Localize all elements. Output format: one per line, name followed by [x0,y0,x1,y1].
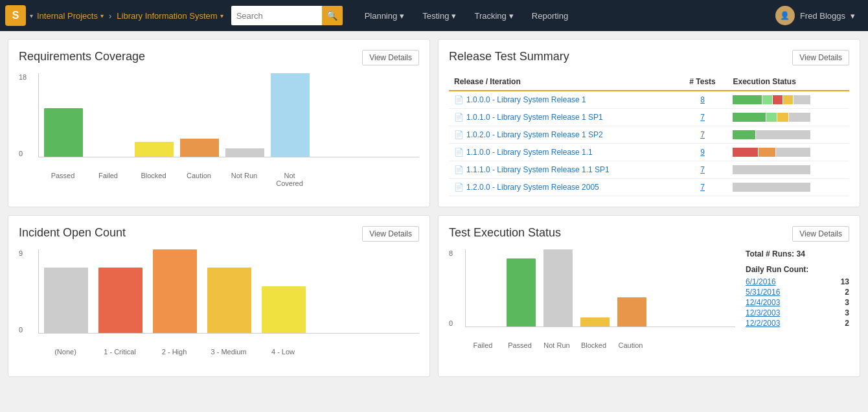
bar [180,139,219,157]
user-name: Fred Bloggs [800,11,845,21]
daily-run-row[interactable]: 5/31/20162 [746,287,849,297]
requirements-bar-chart: 18 0 PassedFailedBlockedCautionNot RunNo… [19,73,419,190]
logo[interactable]: S [5,5,26,26]
bar [225,148,264,157]
tests-count[interactable]: 8 [700,95,705,104]
daily-run-row[interactable]: 12/3/20033 [746,308,849,318]
requirements-view-details-button[interactable]: View Details [362,50,419,65]
status-bar [733,148,810,157]
release-link[interactable]: 1.1.0.0 - Library System Release 1.1 [466,148,593,157]
status-bar [733,183,810,192]
status-segment [776,148,810,157]
panel-title: Test Execution Status [449,226,561,240]
release-link[interactable]: 1.0.2.0 - Library System Release 1 SP2 [466,130,603,139]
bar-label: Not Run [225,172,264,187]
nav-tracking[interactable]: Tracking ▾ [465,0,522,31]
tests-count-cell: 7 [678,109,728,126]
status-bar [733,113,810,122]
release-view-details-button[interactable]: View Details [792,50,849,65]
daily-run-date[interactable]: 6/1/2016 [746,277,776,286]
panel-title: Requirements Coverage [19,50,145,63]
daily-run-count: 2 [845,288,849,297]
reporting-label: Reporting [532,11,568,21]
release-name-cell: 📄1.2.0.0 - Library System Release 2005 [449,179,678,196]
bar-chart-inner [38,249,419,334]
y-min-label: 0 [19,150,23,157]
release-link[interactable]: 1.0.1.0 - Library System Release 1 SP1 [466,113,603,122]
bar-label: 3 - Medium [207,348,251,356]
panel-header: Incident Open Count View Details [19,226,419,242]
test-exec-view-details-button[interactable]: View Details [792,226,849,242]
table-row: 📄1.1.1.0 - Library System Release 1.1 SP… [449,161,849,179]
breadcrumb-chevron: ▾ [100,12,104,19]
incident-open-count-panel: Incident Open Count View Details 9 0 (No… [8,215,430,377]
tests-count[interactable]: 9 [700,148,705,157]
status-bar [733,95,810,104]
daily-run-count: 3 [845,308,849,317]
test-exec-chart: 8 0 FailedPassedNot RunBlockedCaution [449,249,735,349]
bar-label: 4 - Low [261,348,305,356]
search-container: 🔍 [231,6,343,25]
execution-status-cell [727,91,849,109]
table-row: 📄1.2.0.0 - Library System Release 20057 [449,179,849,196]
doc-icon: 📄 [454,113,464,122]
bar [98,268,143,333]
daily-run-row[interactable]: 12/2/20032 [746,318,849,328]
search-button[interactable]: 🔍 [322,6,343,25]
test-exec-legend: Total # Runs: 34 Daily Run Count: 6/1/20… [746,249,849,349]
col-tests: # Tests [678,73,728,91]
daily-run-row[interactable]: 6/1/201613 [746,277,849,287]
testing-label: Testing [422,11,449,21]
daily-run-title: Daily Run Count: [746,265,849,274]
daily-run-row[interactable]: 12/4/20033 [746,297,849,308]
execution-status-cell [727,109,849,126]
daily-run-date[interactable]: 5/31/2016 [746,288,780,297]
status-segment [794,95,811,104]
nav-testing[interactable]: Testing ▾ [413,0,465,31]
breadcrumb-library[interactable]: Library Information System ▾ [117,11,223,21]
breadcrumb-internal-projects[interactable]: Internal Projects ▾ [37,11,104,21]
bar-labels: (None)1 - Critical2 - High3 - Medium4 - … [19,348,419,356]
release-link[interactable]: 1.2.0.0 - Library System Release 2005 [466,183,599,192]
user-menu[interactable]: 👤 Fred Bloggs ▾ [768,6,863,25]
test-exec-layout: 8 0 FailedPassedNot RunBlockedCaution To… [449,249,849,349]
bar-label: Caution [179,172,218,187]
doc-icon: 📄 [454,130,464,139]
daily-run-date[interactable]: 12/2/2003 [746,319,780,328]
release-name-cell: 📄1.1.1.0 - Library System Release 1.1 SP… [449,161,678,179]
tests-count[interactable]: 7 [700,130,705,139]
daily-run-date[interactable]: 12/3/2003 [746,308,780,317]
testing-chevron: ▾ [451,11,456,21]
bar [617,297,646,326]
bar-label: 1 - Critical [98,348,142,356]
nav-reporting[interactable]: Reporting [523,0,577,31]
requirements-coverage-panel: Requirements Coverage View Details 18 0 … [8,39,430,207]
table-row: 📄1.0.2.0 - Library System Release 1 SP27 [449,126,849,144]
breadcrumb-label: Internal Projects [37,11,98,21]
total-runs-value: 34 [796,249,805,258]
status-segment [733,95,761,104]
bar-label: (None) [43,348,87,356]
daily-run-date[interactable]: 12/4/2003 [746,298,780,307]
bar-label: Failed [89,172,128,187]
table-row: 📄1.1.0.0 - Library System Release 1.19 [449,144,849,161]
release-test-summary-panel: Release Test Summary View Details Releas… [438,39,860,207]
y-max-label: 9 [19,249,23,257]
bar-label: Failed [468,341,497,349]
search-input[interactable] [231,6,322,25]
user-chevron: ▾ [851,11,855,21]
planning-label: Planning [365,11,398,21]
bar-label: Blocked [579,341,608,349]
release-link[interactable]: 1.1.1.0 - Library System Release 1.1 SP1 [466,165,610,174]
bar-labels: PassedFailedBlockedCautionNot RunNot Cov… [19,172,419,187]
tests-count[interactable]: 7 [700,113,705,122]
release-link[interactable]: 1.0.0.0 - Library System Release 1 [466,95,586,104]
status-segment [789,113,811,122]
tests-count[interactable]: 7 [700,165,705,174]
nav-planning[interactable]: Planning ▾ [356,0,414,31]
bar-label: Passed [43,172,82,187]
tests-count[interactable]: 7 [700,183,705,192]
incident-view-details-button[interactable]: View Details [362,226,419,242]
navbar: S ▾ Internal Projects ▾ › Library Inform… [0,0,868,31]
status-segment [759,148,775,157]
